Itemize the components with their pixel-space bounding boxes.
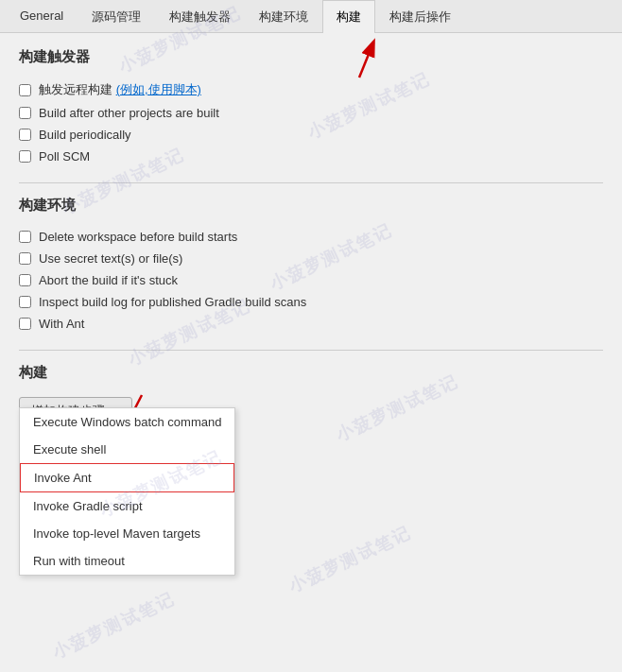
tab-general[interactable]: General [6, 0, 78, 33]
tab-build[interactable]: 构建 [322, 0, 375, 33]
section-build-title: 构建 [19, 364, 603, 386]
divider-1 [19, 182, 603, 183]
checkbox-env-abort-label[interactable]: Abort the build if it's stuck [39, 273, 178, 287]
checkbox-trigger-poll-label[interactable]: Poll SCM [39, 149, 90, 164]
checkbox-env-abort-input[interactable] [19, 274, 31, 286]
menu-item-invoke-gradle[interactable]: Invoke Gradle script [20, 492, 234, 520]
menu-item-execute-shell[interactable]: Execute shell [20, 436, 234, 463]
checkbox-trigger-remote-label[interactable]: 触发远程构建 (例如,使用脚本) [39, 81, 201, 98]
checkbox-trigger-periodic-input[interactable] [19, 129, 31, 141]
wm8: 小菠萝测试笔记 [285, 522, 414, 598]
checkbox-trigger-periodic: Build periodically [19, 128, 603, 142]
checkbox-env-delete-input[interactable] [19, 231, 31, 243]
tab-bar: General 源码管理 构建触发器 构建环境 构建 构建后操作 [0, 0, 622, 33]
trigger-remote-link[interactable]: (例如,使用脚本) [116, 82, 201, 96]
checkbox-env-inspect-input[interactable] [19, 296, 31, 308]
checkbox-env-secret-input[interactable] [19, 252, 31, 265]
checkbox-env-ant: With Ant [19, 317, 603, 331]
checkbox-env-delete-label[interactable]: Delete workspace before build starts [39, 230, 237, 244]
checkbox-trigger-poll: Poll SCM [19, 149, 603, 164]
checkbox-env-ant-label[interactable]: With Ant [39, 317, 84, 331]
checkbox-env-delete: Delete workspace before build starts [19, 230, 603, 244]
tab-scm[interactable]: 源码管理 [78, 0, 155, 33]
section-triggers: 构建触发器 触发远程构建 (例如,使用脚本) Build after other… [19, 48, 603, 164]
section-build: 构建 增加构建步骤 ▼ Execute Windows batch comman… [19, 364, 603, 425]
checkbox-env-secret: Use secret text(s) or file(s) [19, 251, 603, 266]
checkbox-trigger-periodic-label[interactable]: Build periodically [39, 128, 131, 142]
menu-item-run-timeout[interactable]: Run with timeout [20, 547, 234, 575]
checkbox-trigger-remote: 触发远程构建 (例如,使用脚本) [19, 81, 603, 98]
menu-item-maven-targets[interactable]: Invoke top-level Maven targets [20, 520, 234, 547]
content-area: 构建触发器 触发远程构建 (例如,使用脚本) Build after other… [0, 33, 622, 459]
menu-item-invoke-ant[interactable]: Invoke Ant [20, 463, 234, 492]
tab-post[interactable]: 构建后操作 [375, 0, 465, 33]
checkbox-trigger-after: Build after other projects are built [19, 106, 603, 120]
section-triggers-title: 构建触发器 [19, 48, 603, 70]
checkbox-trigger-poll-input[interactable] [19, 150, 31, 163]
checkbox-env-inspect-label[interactable]: Inspect build log for published Gradle b… [39, 295, 306, 309]
wm9: 小菠萝测试笔记 [48, 588, 178, 664]
checkbox-trigger-after-input[interactable] [19, 107, 31, 119]
checkbox-env-secret-label[interactable]: Use secret text(s) or file(s) [39, 251, 182, 266]
checkbox-env-inspect: Inspect build log for published Gradle b… [19, 295, 603, 309]
section-build-env-title: 构建环境 [19, 197, 603, 218]
divider-2 [19, 350, 603, 351]
tab-triggers[interactable]: 构建触发器 [155, 0, 245, 33]
checkbox-env-ant-input[interactable] [19, 318, 31, 330]
checkbox-env-abort: Abort the build if it's stuck [19, 273, 603, 287]
checkbox-trigger-remote-input[interactable] [19, 84, 31, 96]
checkbox-trigger-after-label[interactable]: Build after other projects are built [39, 106, 219, 120]
build-step-dropdown: Execute Windows batch command Execute sh… [19, 407, 235, 576]
section-build-env: 构建环境 Delete workspace before build start… [19, 197, 603, 331]
tab-environment[interactable]: 构建环境 [245, 0, 322, 33]
menu-item-windows-batch[interactable]: Execute Windows batch command [20, 408, 234, 436]
